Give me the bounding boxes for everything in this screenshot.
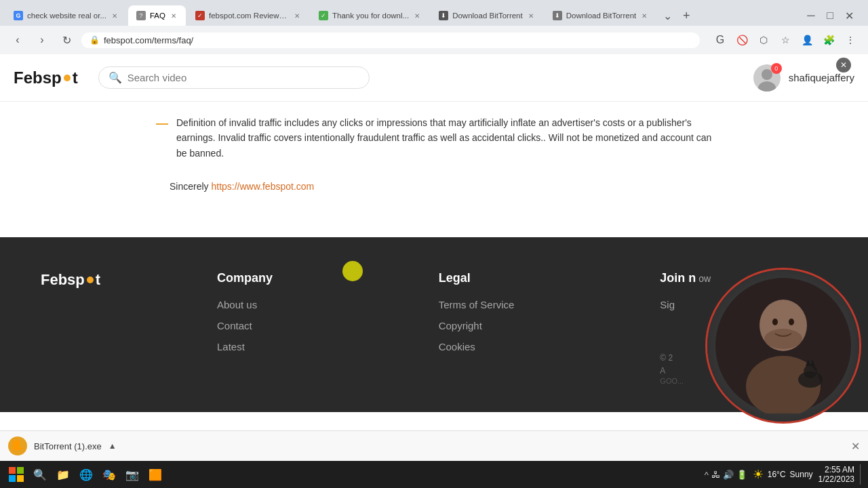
svg-rect-18 <box>17 475 24 482</box>
download-filename: BitTorrent (1).exe <box>34 441 102 451</box>
footer-copyright[interactable]: Copyright <box>439 320 606 331</box>
start-button[interactable] <box>5 464 27 485</box>
tab-5-close[interactable]: ✕ <box>527 11 535 21</box>
cast-button[interactable]: ⬡ <box>754 30 773 49</box>
minimize-button[interactable]: ─ <box>803 7 819 24</box>
download-item: BitTorrent (1).exe ▲ <box>8 436 843 455</box>
bullet-item: — Definition of invalid traffic includes… <box>156 115 712 161</box>
logo-text-1: Febsp <box>14 68 62 87</box>
search-icon: 🔍 <box>108 71 122 84</box>
taskbar-icon-misc[interactable]: 🟧 <box>145 464 165 485</box>
url-text[interactable]: febspot.com/terms/faq/ <box>104 35 692 45</box>
bullet-dash: — <box>156 117 168 131</box>
footer-legal-section: Legal Terms of Service Copyright Cookies <box>439 271 606 385</box>
page-wrapper: Febspt 🔍 0 shafiquejaffery <box>0 54 868 461</box>
reload-button[interactable]: ↻ <box>57 30 76 49</box>
tab-2-favicon: ? <box>136 11 146 20</box>
extensions-more[interactable]: ⋮ <box>841 30 860 49</box>
svg-rect-15 <box>9 467 16 474</box>
tab-1-label: check website real or... <box>27 12 106 20</box>
tab-bar: G check website real or... ✕ ? FAQ ✕ ✓ f… <box>0 0 868 26</box>
footer-cookies[interactable]: Cookies <box>439 341 606 352</box>
notification-badge: 0 <box>771 63 782 74</box>
content-inner: — Definition of invalid traffic includes… <box>129 115 739 192</box>
lock-icon: 🔒 <box>90 35 100 45</box>
taskbar-icon-cam[interactable]: 📷 <box>122 464 142 485</box>
download-bar: BitTorrent (1).exe ▲ ✕ <box>0 430 868 461</box>
footer-copyright-text: © 2 <box>660 353 673 363</box>
download-bar-close[interactable]: ✕ <box>851 440 860 453</box>
tab-2[interactable]: ? FAQ ✕ <box>128 5 186 26</box>
taskbar-network: 🖧 <box>711 470 720 480</box>
taskbar-speaker: 🔊 <box>723 470 734 480</box>
tab-overflow[interactable]: ⌄ <box>659 7 675 24</box>
tab-6-close[interactable]: ✕ <box>640 11 648 21</box>
footer-terms[interactable]: Terms of Service <box>439 299 606 310</box>
tab-1[interactable]: G check website real or... ✕ <box>5 5 127 26</box>
tab-2-label: FAQ <box>150 12 165 20</box>
video-content <box>715 278 851 413</box>
main-content: — Definition of invalid traffic includes… <box>0 102 868 237</box>
extension-icon-1[interactable]: 🚫 <box>732 30 751 49</box>
footer-company-section: Company About us Contact Latest <box>217 271 384 385</box>
sincerely-link[interactable]: https://www.febspot.com <box>211 181 314 192</box>
site-logo[interactable]: Febspt <box>14 68 78 87</box>
taskbar-chevron[interactable]: ^ <box>705 470 709 480</box>
video-close-button[interactable]: ✕ <box>836 58 851 73</box>
footer-legal-title: Legal <box>439 271 606 285</box>
download-expand[interactable]: ▲ <box>108 441 117 451</box>
maximize-button[interactable]: □ <box>822 7 838 24</box>
tab-4-favicon: ✓ <box>319 11 328 20</box>
weather-icon: ☀ <box>753 467 764 482</box>
tab-4[interactable]: ✓ Thank you for downl... ✕ <box>311 5 429 26</box>
footer-about-us[interactable]: About us <box>217 299 384 310</box>
tab-6[interactable]: ⬇ Download BitTorrent ✕ <box>545 5 657 26</box>
bookmark-button[interactable]: ☆ <box>776 30 795 49</box>
tab-3[interactable]: ✓ febspot.com Reviews... ✕ <box>187 5 309 26</box>
tab-5-favicon: ⬇ <box>439 11 448 20</box>
taskbar-clock[interactable]: 2:55 AM 1/22/2023 <box>818 465 854 484</box>
taskbar-icon-ps[interactable]: 🎭 <box>99 464 119 485</box>
tab-5[interactable]: ⬇ Download BitTorrent ✕ <box>431 5 543 26</box>
taskbar-sys-icons: ^ 🖧 🔊 🔋 <box>705 470 747 480</box>
weather-desc: Sunny <box>790 470 813 479</box>
address-bar: ‹ › ↻ 🔒 febspot.com/terms/faq/ G 🚫 ⬡ ☆ 👤… <box>0 26 868 54</box>
footer-latest[interactable]: Latest <box>217 341 384 352</box>
profile-icon[interactable]: 👤 <box>797 30 816 49</box>
logo-dot <box>64 75 71 81</box>
svg-rect-16 <box>17 467 24 474</box>
tab-4-close[interactable]: ✕ <box>413 11 421 21</box>
footer-contact[interactable]: Contact <box>217 320 384 331</box>
sincerely-line: Sincerely https://www.febspot.com <box>156 181 712 192</box>
sincerely-prefix: Sincerely <box>170 181 209 192</box>
taskbar-file-explorer[interactable]: 📁 <box>53 464 73 485</box>
taskbar-time-value: 2:55 AM <box>818 465 854 474</box>
tab-3-label: febspot.com Reviews... <box>209 12 289 20</box>
search-engine-button[interactable]: G <box>711 30 730 49</box>
svg-point-8 <box>764 329 802 349</box>
user-avatar-wrapper: 0 <box>753 64 781 92</box>
footer-logo-section: Febspt <box>41 271 163 385</box>
forward-button[interactable]: › <box>33 30 52 49</box>
taskbar-chrome[interactable]: 🌐 <box>76 464 96 485</box>
tab-3-favicon: ✓ <box>195 11 205 20</box>
taskbar-right: ^ 🖧 🔊 🔋 ☀ 16°C Sunny 2:55 AM 1/22/2023 <box>705 464 863 485</box>
back-button[interactable]: ‹ <box>8 30 27 49</box>
svg-rect-14 <box>13 448 22 449</box>
close-button[interactable]: ✕ <box>841 7 857 24</box>
extension-puzzle[interactable]: 🧩 <box>819 30 838 49</box>
url-bar[interactable]: 🔒 febspot.com/terms/faq/ <box>81 33 700 48</box>
tab-3-close[interactable]: ✕ <box>293 11 301 21</box>
tab-1-close[interactable]: ✕ <box>111 11 119 21</box>
search-input[interactable] <box>127 72 359 83</box>
taskbar-show-desktop[interactable] <box>860 464 863 485</box>
tab-2-close[interactable]: ✕ <box>170 11 178 21</box>
svg-point-7 <box>789 319 794 325</box>
footer-logo-dot <box>87 277 94 283</box>
search-bar[interactable]: 🔍 <box>98 66 370 89</box>
taskbar-date-value: 1/22/2023 <box>818 474 854 484</box>
taskbar-search[interactable]: 🔍 <box>30 464 50 485</box>
browser-chrome: G check website real or... ✕ ? FAQ ✕ ✓ f… <box>0 0 868 55</box>
new-tab-button[interactable]: + <box>677 6 696 25</box>
footer-logo-text-1: Febsp <box>41 271 85 289</box>
